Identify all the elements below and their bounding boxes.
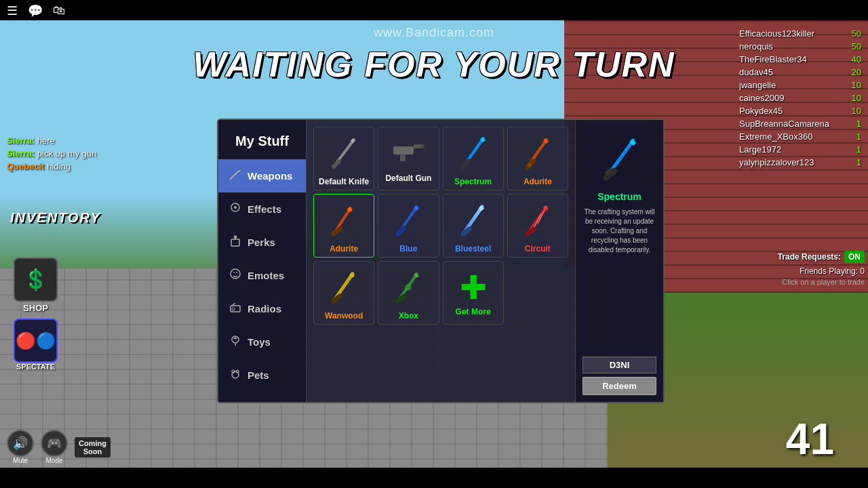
player-score: 10: [852, 93, 861, 103]
emotes-icon: [229, 267, 242, 284]
game-score: 41: [786, 414, 834, 464]
player-score: 20: [852, 67, 861, 77]
adurite-2-name: Adurite: [330, 244, 358, 253]
menu-icon[interactable]: ☰: [7, 3, 18, 18]
player-score: 1: [856, 144, 861, 155]
nav-pets-label: Pets: [248, 369, 269, 381]
perks-icon: [229, 234, 242, 251]
nav-perks-label: Perks: [248, 237, 275, 248]
toys-icon: [229, 333, 242, 350]
mute-icon[interactable]: 🔊: [7, 430, 34, 457]
nav-effects[interactable]: Effects: [218, 192, 306, 226]
player-row: Extreme_XBox360 1: [736, 130, 865, 143]
item-spectrum[interactable]: Spectrum: [443, 127, 504, 190]
detail-name-text: Spectrum: [597, 191, 642, 202]
svg-point-12: [234, 338, 237, 340]
chat-icon[interactable]: 💬: [28, 3, 43, 18]
nav-radios[interactable]: Radios: [218, 292, 306, 325]
item-wanwood[interactable]: Wanwood: [313, 261, 374, 325]
item-blue[interactable]: Blue: [378, 194, 439, 258]
svg-point-10: [232, 308, 235, 310]
get-more-icon: ✚: [460, 272, 487, 304]
svg-line-18: [334, 161, 339, 167]
nav-toys[interactable]: Toys: [218, 325, 306, 359]
svg-point-7: [236, 272, 237, 273]
player-score: 50: [852, 28, 861, 39]
shop-icon[interactable]: 💲: [14, 258, 58, 302]
radios-icon: [229, 300, 242, 317]
svg-point-3: [234, 206, 237, 209]
effects-icon: [229, 201, 242, 218]
chat-message-1: Sierra: here: [7, 136, 96, 146]
default-gun-name: Default Gun: [385, 174, 431, 183]
item-xbox[interactable]: Xbox: [378, 261, 439, 325]
circuit-name: Circuit: [525, 244, 551, 253]
spectate-button[interactable]: 🔴🔵 SPECTATE: [14, 319, 58, 371]
nav-weapons[interactable]: Weapons: [218, 159, 306, 192]
bag-icon[interactable]: 🛍: [53, 3, 65, 18]
nav-pets[interactable]: Pets: [218, 359, 306, 392]
mode-button[interactable]: 🎮 Mode: [41, 430, 68, 464]
nav-weapons-label: Weapons: [248, 170, 292, 182]
player-name: caines2009: [739, 93, 785, 103]
player-name: neroquis: [739, 41, 773, 52]
player-name: TheFireBlaster34: [739, 54, 807, 64]
item-default-knife[interactable]: Default Knife: [313, 127, 374, 190]
inventory-label: INVENTORY: [10, 210, 101, 226]
inventory-sidebar: My Stuff Weapons Effects Perks: [218, 120, 307, 402]
click-trade-hint: Click on a player to trade: [778, 278, 865, 286]
xbox-name: Xbox: [399, 311, 418, 321]
black-bar-bottom: [0, 468, 868, 488]
item-adurite-2[interactable]: Adurite: [313, 194, 374, 258]
spectate-icon: 🔴🔵: [16, 331, 56, 350]
default-knife-name: Default Knife: [319, 177, 369, 186]
svg-line-36: [398, 228, 403, 234]
redeem-button[interactable]: Redeem: [583, 377, 656, 395]
chat-text-2: pick up my gun: [37, 148, 96, 159]
nav-perks[interactable]: Perks: [218, 226, 306, 259]
player-score: 1: [856, 157, 861, 167]
circuit-icon: [521, 200, 555, 241]
svg-point-6: [233, 272, 235, 273]
item-default-gun[interactable]: Default Gun: [378, 127, 439, 190]
shop-button[interactable]: 💲 SHOP: [14, 258, 58, 313]
default-knife-icon: [327, 133, 361, 174]
item-adurite-1[interactable]: Adurite: [507, 127, 568, 190]
redeem-code-input[interactable]: [583, 357, 656, 373]
bandicam-watermark: www.Bandicam.com: [374, 26, 494, 40]
chat-area: Sierra: here Sierra: pick up my gun Queb…: [7, 136, 96, 174]
item-get-more[interactable]: ✚ Get More: [443, 261, 504, 325]
player-name: yalynpizzalover123: [739, 157, 814, 167]
trade-status[interactable]: ON: [844, 251, 865, 263]
chat-name-1: Sierra:: [7, 136, 35, 146]
coming-soon-box: Coming Soon: [75, 437, 111, 458]
svg-point-51: [405, 284, 412, 291]
mode-icon[interactable]: 🎮: [41, 430, 68, 457]
svg-rect-22: [400, 155, 406, 161]
default-gun-icon: [390, 136, 427, 171]
nav-emotes[interactable]: Emotes: [218, 259, 306, 292]
adurite-2-icon: [327, 200, 361, 241]
wanwood-icon: [327, 267, 361, 308]
detail-item-name: Spectrum: [597, 191, 642, 202]
black-bar-top: [0, 0, 868, 20]
item-bluesteel[interactable]: Bluesteel: [443, 194, 504, 258]
mute-label: Mute: [13, 457, 28, 464]
player-name: Efficacious123killer: [739, 28, 814, 39]
get-more-name: Get More: [456, 307, 491, 317]
player-score: 1: [856, 119, 861, 129]
player-row: Large1972 1: [736, 143, 865, 156]
mute-button[interactable]: 🔊 Mute: [7, 430, 34, 464]
inventory-title: My Stuff: [218, 127, 306, 156]
friends-label: Friends Playing: 0: [778, 266, 865, 276]
chat-name-3: Quebecit: [7, 161, 45, 171]
svg-line-0: [230, 171, 239, 180]
chat-text-3: hiding: [47, 161, 71, 171]
wanwood-name: Wanwood: [325, 311, 363, 321]
mode-label: Mode: [45, 457, 62, 464]
detail-item-preview: [589, 127, 650, 188]
item-circuit[interactable]: Circuit: [507, 194, 568, 258]
spectate-label: SPECTATE: [14, 363, 58, 371]
player-name: SupBreannaCamarena: [739, 119, 829, 129]
svg-line-26: [463, 161, 469, 167]
